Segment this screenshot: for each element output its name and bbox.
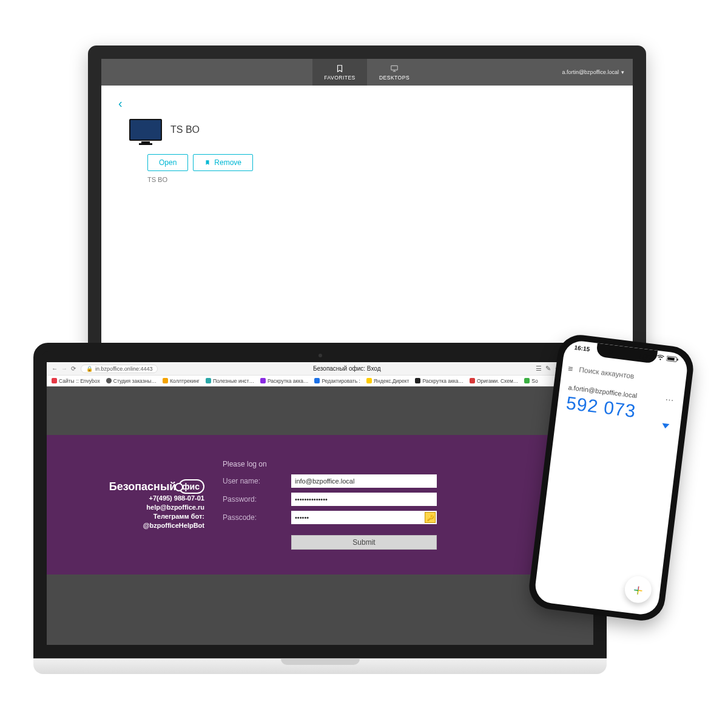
user-menu[interactable]: a.fortin@bzpoffice.local ▾ xyxy=(562,69,624,75)
ext-pen-icon[interactable]: ✎ xyxy=(545,365,551,372)
brand-email: help@bzpoffice.ru xyxy=(71,503,204,512)
svg-rect-0 xyxy=(391,66,398,70)
favicon-icon xyxy=(106,378,112,383)
passcode-label: Passcode: xyxy=(223,513,280,522)
brand-phone: +7(495) 988-07-01 xyxy=(71,494,204,503)
laptop-device: ← → ⟳ 🔒 in.bzpoffice.online:4443 Безопас… xyxy=(33,343,607,674)
bookmark-label: Оригами. Схем… xyxy=(477,378,518,384)
user-label: a.fortin@bzpoffice.local xyxy=(562,69,619,75)
open-button[interactable]: Open xyxy=(147,154,188,171)
browser-toolbar: ← → ⟳ 🔒 in.bzpoffice.online:4443 Безопас… xyxy=(47,362,593,376)
brand-block: Безопасный фис +7(495) 988-07-01 help@bz… xyxy=(71,479,204,530)
brand-logo: Безопасный фис xyxy=(71,479,204,494)
desktop-title: TS BO xyxy=(170,124,200,135)
bookmark-label: Полезные инст… xyxy=(213,378,254,384)
nav-forward-icon[interactable]: → xyxy=(61,365,67,372)
password-input[interactable] xyxy=(291,493,437,506)
bookmark-label: Яндекс.Директ xyxy=(374,378,410,384)
username-label: User name: xyxy=(223,477,280,485)
page-title: Безопасный офис: Вход xyxy=(163,365,531,372)
passcode-input[interactable] xyxy=(291,511,437,524)
desktop-subtitle: TS BO xyxy=(147,176,616,183)
bookmark-label: So xyxy=(531,378,538,384)
bookmarks-bar: Сайты :: Envybox Студия заказны… Коллтре… xyxy=(47,376,593,386)
bookmark-label: Раскрутка акка… xyxy=(422,378,463,384)
key-icon[interactable]: 🔑 xyxy=(425,512,436,523)
authenticator-app: 16:15 ➤ ▮▮▮▯ ≡ Поиск аккаунтов ⋯ a xyxy=(533,339,689,616)
brand-name-right: фис xyxy=(182,482,200,491)
nav-reload-icon[interactable]: ⟳ xyxy=(71,365,76,372)
bookmark-label: Коллтрекинг xyxy=(170,378,200,384)
favicon-icon xyxy=(366,378,372,383)
address-bar[interactable]: 🔒 in.bzpoffice.online:4443 xyxy=(81,365,158,373)
favicon-icon xyxy=(470,378,475,383)
status-time: 16:15 xyxy=(574,344,590,353)
bookmark-label: Редактировать : xyxy=(322,378,360,384)
bookmark-item[interactable]: Оригами. Схем… xyxy=(470,378,518,384)
tab-desktops[interactable]: DESKTOPS xyxy=(367,59,422,86)
back-button[interactable]: ‹ xyxy=(118,96,616,110)
login-page: Безопасный фис +7(495) 988-07-01 help@bz… xyxy=(47,386,593,645)
bookmark-item[interactable]: Раскрутка акка… xyxy=(260,378,308,384)
cloud-icon: фис xyxy=(178,479,204,494)
search-placeholder: Поиск аккаунтов xyxy=(579,365,635,380)
desktop-entry: TS BO xyxy=(129,119,616,141)
nav-back-icon[interactable]: ← xyxy=(52,365,58,372)
favicon-icon xyxy=(415,378,420,383)
tab-favorites[interactable]: FAVORITES xyxy=(312,59,367,86)
favicon-icon xyxy=(260,378,266,383)
submit-button-label: Submit xyxy=(352,538,375,547)
remove-button-label: Remove xyxy=(214,158,241,167)
url-text: in.bzpoffice.online:4443 xyxy=(95,366,152,372)
bookmark-item[interactable]: Редактировать : xyxy=(314,378,360,384)
hamburger-icon[interactable]: ≡ xyxy=(567,363,573,374)
bookmark-item[interactable]: Коллтрекинг xyxy=(163,378,200,384)
bookmark-item[interactable]: Сайты :: Envybox xyxy=(52,378,100,384)
remove-button[interactable]: Remove xyxy=(193,154,253,171)
svg-rect-2 xyxy=(667,357,675,361)
submit-button[interactable]: Submit xyxy=(291,535,437,550)
brand-tg: @bzpofficeHelpBot xyxy=(71,521,204,530)
wifi-icon xyxy=(656,354,664,362)
camera-dot xyxy=(318,354,322,357)
svg-rect-3 xyxy=(677,359,678,360)
login-heading: Please log on xyxy=(223,460,437,468)
bookmark-item[interactable]: Полезные инст… xyxy=(206,378,254,384)
favicon-icon xyxy=(206,378,211,383)
bookmark-item[interactable]: Студия заказны… xyxy=(106,378,157,384)
favicon-icon xyxy=(524,378,530,383)
bookmark-icon xyxy=(335,64,344,73)
more-icon[interactable]: ⋯ xyxy=(664,394,674,405)
browser-window: ← → ⟳ 🔒 in.bzpoffice.online:4443 Безопас… xyxy=(47,362,593,645)
desktop-icon xyxy=(390,64,399,73)
brand-name-left: Безопасный xyxy=(109,479,177,494)
favicon-icon xyxy=(163,378,168,383)
login-band: Безопасный фис +7(495) 988-07-01 help@bz… xyxy=(47,435,593,575)
timer-indicator-icon xyxy=(662,423,670,429)
open-button-label: Open xyxy=(159,158,177,167)
account-entry[interactable]: ⋯ a.fortin@bzpoffice.local 592 073 xyxy=(565,383,675,426)
lock-icon: 🔒 xyxy=(86,366,93,372)
favicon-icon xyxy=(314,378,320,383)
battery-icon xyxy=(666,356,679,364)
laptop-deck xyxy=(33,658,607,674)
username-input[interactable] xyxy=(291,474,437,488)
password-label: Password: xyxy=(223,495,280,504)
signal-icon: ▮▮▮▯ xyxy=(639,352,655,361)
bookmark-label: Раскрутка акка… xyxy=(268,378,308,384)
brand-tg-label: Телеграмм бот: xyxy=(71,512,204,521)
ext-bookmark-icon[interactable]: ☰ xyxy=(536,365,542,372)
desktop-thumbnail-icon xyxy=(129,119,162,141)
plus-icon: ＋ xyxy=(629,578,647,601)
bookmark-item[interactable]: Яндекс.Директ xyxy=(366,378,410,384)
bookmark-item[interactable]: Раскрутка акка… xyxy=(415,378,463,384)
add-account-button[interactable]: ＋ xyxy=(623,575,653,604)
citrix-topbar: FAVORITES DESKTOPS a.fortin@bzpoffice.lo… xyxy=(101,59,633,86)
favicon-icon xyxy=(52,378,57,383)
bookmark-label: Сайты :: Envybox xyxy=(59,378,100,384)
bookmark-solid-icon xyxy=(204,160,211,166)
bookmark-label: Студия заказны… xyxy=(113,378,157,384)
login-form: Please log on User name: Password: Passc… xyxy=(223,460,437,550)
chevron-down-icon: ▾ xyxy=(621,69,624,75)
bookmark-item[interactable]: So xyxy=(524,378,538,384)
